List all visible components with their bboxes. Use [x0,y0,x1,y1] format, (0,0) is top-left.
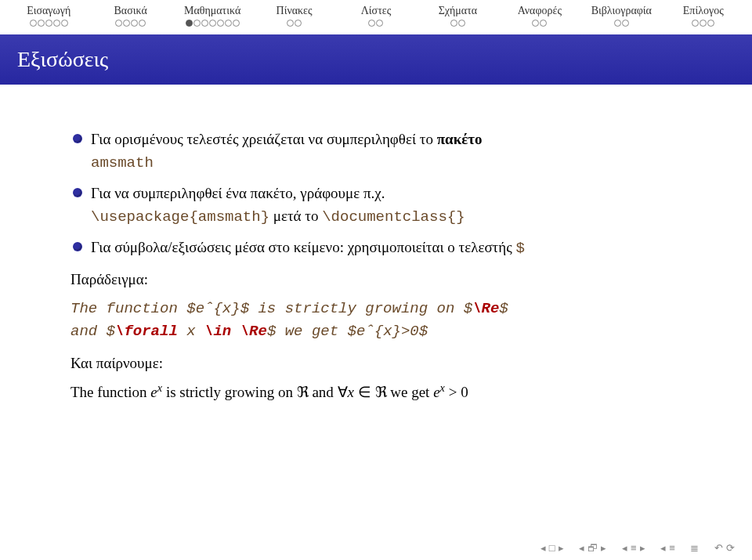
progress-dot [123,20,130,27]
code-text [231,323,240,340]
nav-item[interactable]: Αναφορές [499,5,580,28]
result-line: The function ex is strictly growing on ℜ… [70,379,682,404]
bullet-text: Για να συμπεριληφθεί ένα πακέτο, γράφουμ… [91,185,385,201]
math-x: x [348,384,354,400]
nav-item[interactable]: Βασικά [89,5,171,28]
nav-label: Πίνακες [253,5,334,17]
math-forall: ∀ [338,384,348,400]
nav-progress-dots [499,19,580,28]
code-text: $ [499,300,508,317]
code-text: is strictly growing on [249,300,464,317]
bullet-text: μετά το [269,208,322,224]
progress-dot [139,20,146,27]
nav-label: Βιβλιογραφία [580,5,662,17]
result-label: Και παίρνουμε: [70,352,682,374]
nav-label: Μαθηματικά [172,5,253,17]
nav-item[interactable]: Πίνακες [253,5,334,28]
code-text: eˆ{x} [196,300,240,317]
nav-progress-dots [89,19,171,28]
nav-item[interactable]: Εισαγωγή [8,5,89,28]
slide-title: Εξισώσεις [0,34,752,85]
code-text: $ [348,323,356,340]
bullet-text: Για σύμβολα/εξισώσεις μέσα στο κείμενο: … [91,239,515,255]
progress-dot [707,20,714,27]
nav-label: Επίλογος [663,5,744,17]
progress-dot [45,20,52,27]
slide-content: Για ορισμένους τελεστές χρειάζεται να συ… [0,85,752,404]
progress-dot [368,20,375,27]
progress-dot [532,20,539,27]
nav-progress-dots [663,19,744,28]
progress-dot [450,20,457,27]
result-text: is strictly growing on [162,384,297,400]
bullet-bold: πακέτο [437,131,483,147]
bullet-text: Για ορισμένους τελεστές χρειάζεται να συ… [91,131,437,147]
progress-dot [115,20,122,27]
progress-dot [295,20,302,27]
nav-undo-icon[interactable]: ↶⟳ [714,542,738,554]
progress-dot [53,20,60,27]
code-inline: amsmath [91,154,154,172]
math-re: ℜ [375,384,387,400]
progress-dot [225,20,232,27]
nav-label: Εισαγωγή [8,5,89,17]
nav-next-icon[interactable]: ◂≡ [660,542,678,554]
progress-dot [186,20,193,27]
nav-prev-icon[interactable]: ◂🗗▸ [579,542,609,554]
result-text: and [309,384,338,400]
progress-dot [30,20,37,27]
code-text: $ [419,323,428,340]
nav-section-icon[interactable]: ◂≡▸ [622,542,649,554]
nav-item[interactable]: Επίλογος [663,5,744,28]
bullet-item: Για να συμπεριληφθεί ένα πακέτο, γράφουμ… [70,182,682,229]
nav-first-icon[interactable]: ◂□▸ [540,542,567,554]
code-text: eˆ{x}>0 [356,323,419,340]
progress-dot [209,20,216,27]
nav-label: Βασικά [89,5,171,17]
progress-dot [458,20,465,27]
progress-dot [217,20,224,27]
math-gt: > [445,384,461,400]
progress-dot [131,20,138,27]
code-text: x [178,323,204,340]
code-inline: \usepackage{amsmath} [91,208,269,226]
progress-dot [376,20,383,27]
slide-title-text: Εξισώσεις [17,47,108,71]
nav-label: Λίστες [335,5,417,17]
code-keyword: \forall [115,323,178,340]
math-in: ∈ [354,384,375,400]
code-keyword: \Re [240,323,267,340]
example-label-text: Παράδειγμα: [70,271,148,287]
nav-progress-dots [8,19,89,28]
nav-progress-dots [417,19,498,28]
bullet-item: Για σύμβολα/εξισώσεις μέσα στο κείμενο: … [70,236,682,260]
progress-dot [201,20,208,27]
progress-dot [38,20,45,27]
nav-progress-dots [580,19,662,28]
bullet-list: Για ορισμένους τελεστές χρειάζεται να συ… [70,128,682,260]
nav-item[interactable]: Σχήματα [417,5,498,28]
nav-label: Αναφορές [499,5,580,17]
code-keyword: \Re [472,300,499,317]
nav-last-icon[interactable]: ≣ [690,542,702,554]
code-text: $ [267,323,276,340]
bullet-item: Για ορισμένους τελεστές χρειάζεται να συ… [70,128,682,175]
nav-item[interactable]: Λίστες [335,5,417,28]
code-text: we get [276,323,347,340]
code-text: $ [464,300,472,317]
nav-item[interactable]: Βιβλιογραφία [580,5,662,28]
progress-dot [692,20,699,27]
code-example: The function $eˆ{x}$ is strictly growing… [70,298,682,344]
math-e: e [433,384,439,400]
math-e: e [150,384,157,400]
result-label-text: Και παίρνουμε: [70,355,163,371]
code-inline: $ [515,240,524,257]
code-text: $ [186,300,195,317]
nav-progress-dots [253,19,334,28]
math-re: ℜ [297,384,309,400]
code-keyword: \in [204,323,231,340]
code-text: $ [240,300,249,317]
result-text: we get [387,384,434,400]
math-zero: 0 [461,384,468,400]
nav-item[interactable]: Μαθηματικά [172,5,253,28]
